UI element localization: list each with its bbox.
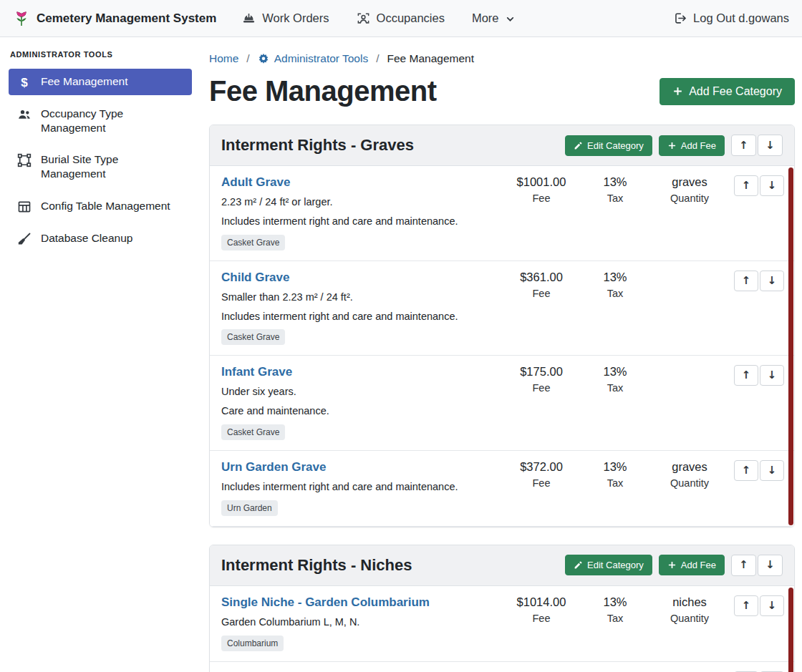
app-brand[interactable]: Cemetery Management System — [13, 10, 216, 27]
edit-category-button[interactable]: Edit Category — [565, 135, 652, 156]
sidebar-item-config-table-management[interactable]: Config Table Management — [9, 193, 192, 220]
hard-hat-icon — [242, 11, 256, 25]
fee-name-link[interactable]: Adult Grave — [221, 175, 290, 190]
fee-reorder-group: ↑ ↓ — [730, 460, 784, 481]
sidebar-item-fee-management[interactable]: $ Fee Management — [9, 69, 192, 95]
quantity-value: niches — [649, 595, 730, 609]
breadcrumb-home-label: Home — [209, 52, 238, 65]
fee-amount-cell: $361.00 Fee — [502, 271, 581, 299]
nav-more-label: More — [472, 11, 499, 25]
tulip-logo-icon — [13, 10, 30, 27]
card-scrollbar[interactable] — [788, 588, 793, 672]
table-icon — [17, 200, 32, 214]
sidebar-item-database-cleanup[interactable]: Database Cleanup — [9, 225, 192, 252]
fee-name-link[interactable]: Infant Grave — [221, 365, 292, 379]
nav-occupancies-label: Occupancies — [377, 11, 445, 25]
tax-cell: 13% Tax — [581, 460, 649, 489]
fee-amount-value: $372.00 — [502, 460, 581, 474]
fee-reorder-group: ↑ ↓ — [730, 365, 784, 386]
move-fee-down-button[interactable]: ↓ — [760, 365, 784, 386]
move-category-down-button[interactable]: ↓ — [758, 555, 783, 576]
arrow-down-icon: ↓ — [765, 560, 775, 570]
nav-occupancies[interactable]: Occupancies — [357, 11, 445, 25]
arrow-down-icon: ↓ — [768, 600, 777, 611]
fee-name-link[interactable]: Child Grave — [221, 271, 289, 285]
quantity-value: graves — [649, 175, 730, 189]
move-fee-down-button[interactable]: ↓ — [760, 595, 784, 616]
breadcrumb-current: Fee Management — [387, 52, 475, 65]
tax-value: 13% — [581, 365, 649, 379]
edit-category-label: Edit Category — [587, 560, 644, 570]
fee-type-badge: Casket Grave — [221, 424, 285, 440]
move-category-up-button[interactable]: ↑ — [731, 135, 756, 156]
fee-row: Child Grave Smaller than 2.23 m² / 24 ft… — [210, 261, 794, 356]
arrow-down-icon: ↓ — [765, 140, 775, 151]
nav-work-orders[interactable]: Work Orders — [242, 11, 329, 25]
fee-description: 2.23 m² / 24 ft² or larger. — [221, 195, 502, 209]
card-scrollbar[interactable] — [788, 167, 793, 525]
arrow-up-icon: ↑ — [742, 180, 751, 191]
move-fee-down-button[interactable]: ↓ — [760, 460, 784, 481]
arrow-down-icon: ↓ — [768, 276, 777, 286]
fee-info: Single Niche - Garden Columbarium Garden… — [221, 595, 502, 651]
fee-type-badge: Urn Garden — [221, 500, 278, 516]
page-title: Fee Management — [209, 75, 437, 107]
nav-more[interactable]: More — [472, 11, 515, 25]
add-fee-button[interactable]: Add Fee — [659, 555, 725, 575]
fee-name-link[interactable]: Urn Garden Grave — [221, 460, 326, 474]
tax-label: Tax — [581, 382, 649, 394]
move-category-up-button[interactable]: ↑ — [731, 555, 756, 576]
add-fee-category-button[interactable]: Add Fee Category — [660, 78, 795, 105]
fee-row: Single Niche - Garden Columbarium Garden… — [210, 586, 794, 662]
move-fee-up-button[interactable]: ↑ — [734, 365, 758, 386]
fee-description: Garden Columbarium L, M, N. — [221, 615, 502, 629]
gear-icon — [258, 53, 269, 64]
move-category-down-button[interactable]: ↓ — [758, 135, 783, 156]
plus-icon — [667, 560, 677, 570]
fee-type-badge: Casket Grave — [221, 235, 285, 250]
fee-reorder-group: ↑ ↓ — [730, 271, 784, 291]
category-reorder-group: ↑ ↓ — [731, 135, 783, 156]
tax-value: 13% — [581, 271, 649, 284]
fee-row: Companion Niche - Garden Columbarium Gar… — [210, 662, 794, 672]
add-fee-button[interactable]: Add Fee — [659, 135, 725, 156]
sidebar-item-occupancy-type-management[interactable]: Occupancy Type Management — [9, 101, 192, 141]
fee-amount-value: $361.00 — [502, 271, 581, 284]
fee-amount-value: $1001.00 — [502, 175, 581, 189]
move-fee-up-button[interactable]: ↑ — [734, 460, 758, 481]
nav-work-orders-label: Work Orders — [262, 11, 329, 25]
quantity-cell: graves Quantity — [649, 175, 730, 204]
fee-type-badge: Casket Grave — [221, 329, 285, 345]
top-navbar: Cemetery Management System Work Orders O… — [0, 0, 802, 37]
fee-amount-label: Fee — [502, 193, 581, 204]
vector-square-icon — [17, 153, 32, 167]
logout-icon — [673, 11, 687, 25]
tax-value: 13% — [581, 175, 649, 189]
edit-category-button[interactable]: Edit Category — [565, 555, 652, 575]
fee-description: Care and maintenance. — [221, 404, 502, 418]
tax-value: 13% — [581, 595, 649, 609]
move-fee-down-button[interactable]: ↓ — [760, 271, 784, 291]
quantity-cell — [649, 365, 730, 369]
move-fee-up-button[interactable]: ↑ — [734, 175, 758, 196]
fee-amount-label: Fee — [502, 477, 581, 489]
tax-cell: 13% Tax — [581, 365, 649, 394]
fee-info: Adult Grave 2.23 m² / 24 ft² or larger. … — [221, 175, 502, 250]
move-fee-up-button[interactable]: ↑ — [734, 271, 758, 291]
edit-category-label: Edit Category — [587, 140, 644, 151]
dollar-icon: $ — [17, 75, 32, 89]
fee-amount-cell: $175.00 Fee — [502, 365, 581, 394]
category-header: Interment Rights - Niches Edit Category … — [210, 545, 794, 586]
fee-reorder-group: ↑ ↓ — [730, 175, 784, 196]
move-fee-down-button[interactable]: ↓ — [760, 175, 784, 196]
breadcrumb-home-link[interactable]: Home — [209, 52, 238, 65]
tax-cell: 13% Tax — [581, 595, 649, 624]
quantity-value: graves — [649, 460, 730, 474]
move-fee-up-button[interactable]: ↑ — [734, 595, 758, 616]
logout-link[interactable]: Log Out d.gowans — [673, 11, 789, 25]
breadcrumb-admin-tools-link[interactable]: Administrator Tools — [258, 52, 369, 65]
fee-name-link[interactable]: Single Niche - Garden Columbarium — [221, 595, 430, 610]
page-header: Fee Management Add Fee Category — [209, 75, 795, 107]
plus-icon — [667, 141, 677, 150]
sidebar-item-burial-site-type-management[interactable]: Burial Site Type Management — [9, 147, 192, 187]
